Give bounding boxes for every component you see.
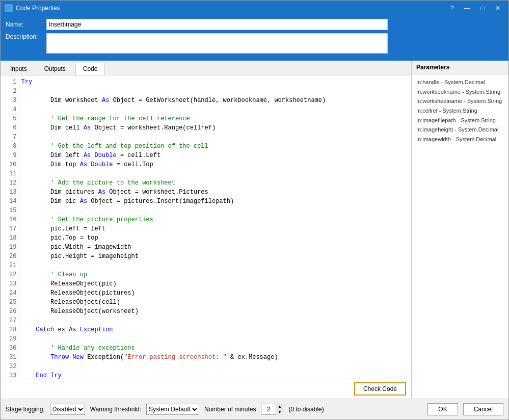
line-number: 2 [1, 87, 19, 96]
parameter-item: In:cellref - System.String [416, 106, 504, 116]
code-content [19, 133, 411, 142]
line-number: 26 [1, 307, 19, 316]
table-row: 10 Dim top As Double = cell.Top [1, 160, 411, 169]
spin-up[interactable]: ▲ [276, 404, 283, 409]
warning-threshold-select[interactable]: System Default Custom [146, 404, 199, 415]
main-content: Inputs Outputs Code 1Try2 3 Dim workshee… [1, 61, 508, 399]
parameter-item: In:handle - System.Decimal [416, 77, 504, 87]
cancel-button[interactable]: Cancel [463, 403, 503, 415]
description-label: Description: [6, 33, 46, 40]
code-content [19, 261, 411, 270]
table-row: 28 Catch ex As Exception [1, 325, 411, 334]
table-row: 15 [1, 206, 411, 215]
table-row: 25 ReleaseObject(cell) [1, 298, 411, 307]
minimize-button[interactable]: — [461, 3, 474, 13]
code-content: Catch ex As Exception [19, 325, 411, 334]
code-content: pic.Width = imagewidth [19, 243, 411, 252]
ok-button[interactable]: OK [427, 403, 458, 415]
parameters-header: Parameters [412, 61, 508, 74]
line-number: 1 [1, 77, 19, 87]
parameter-item: In:workbookname - System.String [416, 87, 504, 97]
table-row: 13 Dim pictures As Object = worksheet.Pi… [1, 188, 411, 197]
table-row: 21 [1, 261, 411, 270]
close-button[interactable]: ✕ [491, 3, 504, 13]
line-number: 16 [1, 215, 19, 224]
code-content: Dim pictures As Object = worksheet.Pictu… [19, 188, 411, 197]
table-row: 3 Dim worksheet As Object = GetWorksheet… [1, 96, 411, 105]
code-table: 1Try2 3 Dim worksheet As Object = GetWor… [1, 77, 411, 379]
line-number: 7 [1, 133, 19, 142]
right-panel: Parameters In:handle - System.DecimalIn:… [412, 61, 508, 399]
table-row: 9 Dim left As Double = cell.Left [1, 151, 411, 160]
code-content [19, 334, 411, 344]
line-number: 27 [1, 316, 19, 325]
code-content: Dim top As Double = cell.Top [19, 160, 411, 169]
code-content: ' Clean up [19, 270, 411, 279]
table-row: 5 ' Get the range for the cell reference [1, 114, 411, 123]
line-number: 32 [1, 362, 19, 371]
table-row: 29 [1, 334, 411, 344]
line-number: 14 [1, 197, 19, 206]
code-content: ReleaseObject(worksheet) [19, 307, 411, 316]
check-code-button[interactable]: Check Code [354, 382, 406, 396]
parameters-list: In:handle - System.DecimalIn:workbooknam… [412, 74, 508, 147]
help-button[interactable]: ? [445, 3, 459, 13]
table-row: 14 Dim pic As Object = pictures.Insert(i… [1, 197, 411, 206]
code-content: Dim cell As Object = worksheet.Range(cel… [19, 123, 411, 133]
table-row: 22 ' Clean up [1, 270, 411, 279]
title-bar: Code Properties ? — □ ✕ [1, 1, 508, 16]
line-number: 10 [1, 160, 19, 169]
spin-down[interactable]: ▼ [276, 409, 283, 415]
stage-logging-select[interactable]: Disabled Enabled [50, 404, 85, 415]
table-row: 2 [1, 87, 411, 96]
table-row: 4 [1, 105, 411, 114]
table-row: 31 Throw New Exception("Error pasting sc… [1, 353, 411, 362]
zero-disable-label: (0 to disable) [288, 406, 324, 413]
code-content [19, 206, 411, 215]
table-row: 7 [1, 133, 411, 142]
code-content: pic.Top = top [19, 233, 411, 243]
line-number: 24 [1, 288, 19, 298]
table-row: 32 [1, 362, 411, 371]
code-content: ReleaseObject(cell) [19, 298, 411, 307]
tabs-bar: Inputs Outputs Code [1, 61, 411, 75]
code-content: ReleaseObject(pic) [19, 279, 411, 288]
line-number: 3 [1, 96, 19, 105]
tab-code[interactable]: Code [75, 63, 105, 75]
parameter-item: In:imagefilepath - System.String [416, 116, 504, 125]
line-number: 4 [1, 105, 19, 114]
tab-outputs[interactable]: Outputs [37, 63, 73, 75]
stage-logging-label: Stage logging: [6, 406, 45, 413]
code-content: Try [19, 77, 411, 87]
line-number: 33 [1, 371, 19, 379]
line-number: 20 [1, 252, 19, 261]
line-number: 21 [1, 261, 19, 270]
window-controls: ? — □ ✕ [445, 3, 504, 13]
code-editor[interactable]: 1Try2 3 Dim worksheet As Object = GetWor… [1, 75, 411, 379]
code-content: ' Set the picture properties [19, 215, 411, 224]
name-label: Name: [6, 21, 46, 28]
line-number: 5 [1, 114, 19, 123]
code-content: Dim pic As Object = pictures.Insert(imag… [19, 197, 411, 206]
left-panel: Inputs Outputs Code 1Try2 3 Dim workshee… [1, 61, 412, 399]
table-row: 16 ' Set the picture properties [1, 215, 411, 224]
parameter-item: In:worksheetname - System.String [416, 96, 504, 106]
line-number: 31 [1, 353, 19, 362]
table-row: 23 ReleaseObject(pic) [1, 279, 411, 288]
description-input[interactable] [46, 33, 388, 54]
code-content: ' Handle any exceptions [19, 344, 411, 353]
description-row: Description: [6, 33, 503, 54]
minutes-input[interactable] [261, 404, 276, 414]
line-number: 22 [1, 270, 19, 279]
tab-inputs[interactable]: Inputs [3, 63, 35, 75]
warning-threshold-label: Warning threshold: [90, 406, 141, 413]
parameter-item: In:imageheight - System.Decimal [416, 125, 504, 135]
table-row: 30 ' Handle any exceptions [1, 344, 411, 353]
parameter-item: In:imagewidth - System.Decimal [416, 135, 504, 144]
line-number: 12 [1, 178, 19, 188]
code-content: ReleaseObject(pictures) [19, 288, 411, 298]
footer: Stage logging: Disabled Enabled Warning … [1, 399, 508, 419]
maximize-button[interactable]: □ [476, 3, 489, 13]
minutes-spinner[interactable]: ▲ ▼ [261, 404, 283, 415]
name-input[interactable] [46, 19, 388, 30]
